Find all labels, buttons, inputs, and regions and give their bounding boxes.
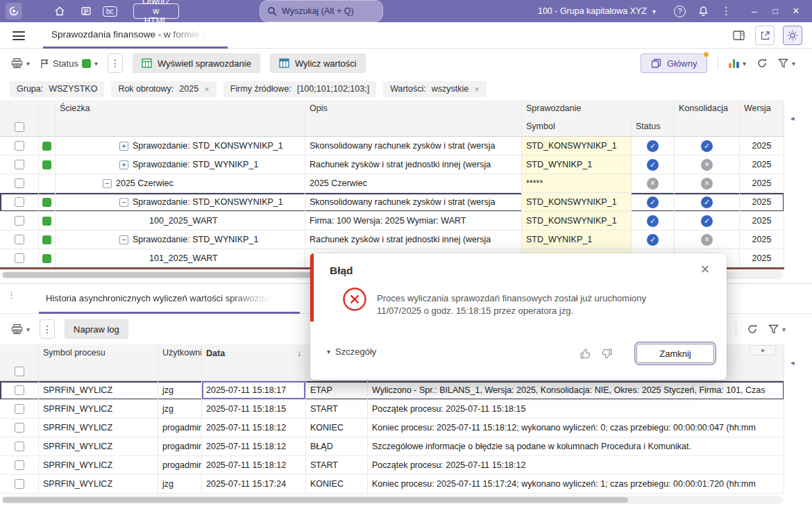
filter-chip-grupa[interactable]: Grupa: WSZYSTKO: [10, 81, 104, 97]
grid-settings-button[interactable]: ▾: [768, 324, 786, 334]
log-grid-horizontal-scrollbar[interactable]: [1, 496, 783, 504]
user-cell: progadmin: [158, 456, 202, 475]
column-header-sciezka[interactable]: Ścieżka: [56, 100, 305, 118]
row-checkbox[interactable]: [15, 235, 24, 244]
status-icon: [647, 178, 659, 190]
column-header-konsolidacja[interactable]: Konsolidacja: [675, 100, 740, 118]
row-checkbox[interactable]: [15, 141, 24, 151]
refresh-button[interactable]: [756, 58, 768, 69]
copy-squares-icon: [651, 58, 661, 69]
more-actions-kebab[interactable]: ⋮: [108, 53, 123, 73]
column-header-opis[interactable]: Opis: [305, 100, 522, 118]
news-icon[interactable]: [78, 3, 94, 19]
tree-expander-icon[interactable]: [119, 142, 128, 151]
filter-chip-wartosci[interactable]: Wartości: wszystkie ×: [383, 81, 487, 97]
thumbs-down-icon[interactable]: [601, 348, 613, 362]
symbol-cell: *****: [522, 174, 632, 193]
refresh-button[interactable]: [747, 324, 758, 335]
remove-filter-icon[interactable]: ×: [204, 84, 210, 94]
column-header-status[interactable]: Status: [632, 118, 675, 136]
active-tab-label: Sprawozdania finansowe - w formie d: [51, 29, 207, 40]
chart-view-button[interactable]: ▾: [729, 58, 746, 68]
details-expander[interactable]: ▾ Szczegóły: [327, 346, 376, 357]
log-row[interactable]: SPRFIN_WYLICZ progadmin 2025-07-11 15:18…: [0, 437, 784, 456]
column-header-wersja[interactable]: Wersja: [740, 100, 784, 118]
row-checkbox[interactable]: [15, 404, 24, 414]
table-row[interactable]: 2025 Czerwiec 2025 Czerwiec ***** 2025: [0, 174, 784, 193]
row-checkbox[interactable]: [15, 253, 24, 263]
status-icon: [647, 196, 659, 208]
log-row[interactable]: SPRFIN_WYLICZ progadmin 2025-07-11 15:18…: [0, 456, 784, 475]
home-icon[interactable]: [51, 3, 68, 19]
theme-sun-icon[interactable]: [783, 26, 802, 45]
log-row[interactable]: SPRFIN_WYLICZ jzg 2025-07-11 15:18:17 ET…: [0, 381, 784, 400]
kebab-menu-icon[interactable]: ⋮: [721, 5, 731, 17]
tab-historia-wyliczen[interactable]: Historia asynchronicznych wyliczeń warto…: [39, 284, 300, 314]
column-header-data[interactable]: Data ↓: [202, 344, 306, 362]
print-button[interactable]: ▾: [11, 324, 30, 335]
select-all-checkbox[interactable]: [15, 122, 24, 132]
filter-chip-rok-obrotowy[interactable]: Rok obrotowy: 2025 ×: [111, 81, 216, 97]
table-row[interactable]: Sprawozdanie: STD_WYNIKP_1 Rachunek zysk…: [0, 156, 784, 174]
print-button[interactable]: ▾: [11, 58, 30, 69]
show-report-button[interactable]: Wyświetl sprawozdanie: [133, 53, 260, 73]
help-icon[interactable]: ?: [674, 6, 686, 17]
company-selector[interactable]: 100 - Grupa kapitałowa XYZ ▾: [538, 6, 656, 16]
row-checkbox[interactable]: [15, 385, 24, 395]
path-text: Sprawozdanie: STD_WYNIKP_1: [133, 231, 258, 249]
notifications-bell-icon[interactable]: [698, 6, 709, 17]
window-minimize-button[interactable]: –: [744, 0, 765, 22]
thumbs-up-icon[interactable]: [580, 348, 591, 362]
window-close-button[interactable]: ×: [786, 0, 806, 22]
log-row[interactable]: SPRFIN_WYLICZ jzg 2025-07-11 15:18:15 ST…: [0, 400, 784, 419]
grid-settings-button[interactable]: ▾: [778, 58, 795, 68]
app-logo-icon[interactable]: [6, 3, 22, 19]
drag-handle-icon[interactable]: ⋮: [7, 292, 16, 297]
column-header-uzytkownik[interactable]: Użytkownik: [158, 344, 202, 362]
table-row[interactable]: Sprawozdanie: STD_KONSWYNIKP_1 Skonsolid…: [0, 137, 784, 156]
dialog-close-button[interactable]: Zamknij: [636, 344, 714, 363]
row-checkbox[interactable]: [15, 442, 24, 451]
row-checkbox[interactable]: [15, 216, 24, 226]
row-checkbox[interactable]: [15, 423, 24, 433]
column-header-symbol-procesu[interactable]: Symbol procesu: [39, 344, 158, 362]
row-checkbox[interactable]: [15, 479, 24, 489]
tree-expander-icon[interactable]: [119, 160, 128, 169]
column-header-symbol[interactable]: Symbol: [522, 118, 632, 136]
row-checkbox[interactable]: [15, 460, 24, 470]
main-view-button[interactable]: Główny: [641, 53, 707, 73]
date-header-label: Data: [206, 345, 225, 362]
fix-log-button[interactable]: Napraw log: [65, 319, 128, 339]
dialog-close-icon[interactable]: ×: [696, 260, 714, 278]
open-in-html-button[interactable]: Otwórz w HTML: [133, 3, 179, 19]
column-header-sprawozdanie[interactable]: Sprawozdanie: [522, 100, 675, 118]
table-row[interactable]: 100_2025_WART Firma: 100 Wersja: 2025 Wy…: [0, 212, 784, 231]
row-checkbox[interactable]: [15, 178, 24, 188]
collapse-panel-button[interactable]: ▾: [750, 345, 776, 355]
log-row[interactable]: SPRFIN_WYLICZ jzg 2025-07-11 15:17:24 KO…: [0, 475, 784, 494]
status-filter-button[interactable]: Status ▾: [40, 58, 98, 69]
bc-module-icon[interactable]: bc: [103, 6, 117, 17]
layout-panel-icon[interactable]: [730, 27, 747, 44]
row-checkbox[interactable]: [15, 197, 24, 207]
hamburger-menu-icon[interactable]: [12, 31, 25, 43]
remove-filter-icon[interactable]: ×: [474, 84, 480, 94]
sort-descending-icon: ↓: [297, 345, 301, 362]
select-all-checkbox[interactable]: [15, 367, 24, 376]
filter-chip-firmy-zrodlowe[interactable]: Firmy źródłowe: [100;101;102;103;]: [223, 81, 376, 97]
tree-expander-icon[interactable]: [119, 235, 128, 244]
tab-sprawozdania-finansowe[interactable]: Sprawozdania finansowe - w formie d: [43, 22, 228, 49]
share-icon[interactable]: [755, 26, 775, 45]
log-row[interactable]: SPRFIN_WYLICZ progadmin 2025-07-11 15:18…: [0, 419, 784, 437]
row-checkbox[interactable]: [15, 160, 24, 169]
tree-expander-icon[interactable]: [103, 179, 112, 188]
collapse-panel-left-icon[interactable]: ◂: [790, 114, 795, 123]
more-actions-kebab[interactable]: ⋮: [40, 319, 55, 339]
window-maximize-button[interactable]: □: [765, 0, 786, 22]
search-input[interactable]: Wyszukaj (Alt + Q): [260, 0, 383, 22]
tree-expander-icon[interactable]: [119, 198, 128, 207]
table-row[interactable]: Sprawozdanie: STD_KONSWYNIKP_1 Skonsolid…: [0, 193, 784, 212]
table-row[interactable]: Sprawozdanie: STD_WYNIKP_1 Rachunek zysk…: [0, 231, 784, 249]
collapse-panel-left-icon[interactable]: ◂: [790, 358, 795, 367]
calculate-values-button[interactable]: Wylicz wartości: [270, 53, 366, 73]
